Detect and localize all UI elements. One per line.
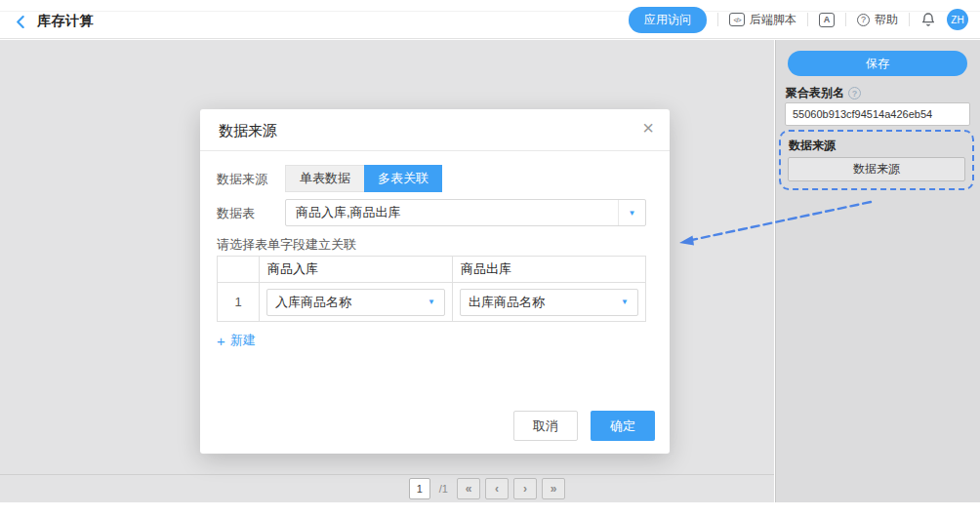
settings-sidebar: 保存 聚合表别名 ? 数据来源 数据来源	[775, 40, 980, 502]
caret-box: ▼	[618, 200, 645, 225]
notification-bell-icon[interactable]	[920, 12, 936, 27]
index-column-header	[218, 257, 260, 283]
modal-footer: 取消 确定	[513, 411, 655, 441]
back-icon[interactable]	[14, 15, 27, 28]
row-index: 1	[218, 283, 260, 322]
modal-title: 数据来源	[219, 122, 277, 140]
alias-label: 聚合表别名	[786, 85, 844, 101]
outbound-field-select[interactable]: 出库商品名称 ▼	[460, 289, 638, 316]
pagination: 1 /1 « ‹ › »	[409, 478, 565, 499]
relation-table-row: 1 入库商品名称 ▼ 出库商品名称 ▼	[218, 283, 646, 322]
prev-page-icon[interactable]: ‹	[485, 478, 509, 499]
help-icon: ?	[857, 14, 870, 26]
inbound-field-select[interactable]: 入库商品名称 ▼	[266, 289, 445, 316]
current-page-box[interactable]: 1	[409, 478, 430, 499]
source-type-tabs: 单表数据 多表关联	[285, 165, 442, 192]
outbound-field-value: 出库商品名称	[461, 294, 612, 311]
divider	[717, 13, 718, 26]
relation-hint: 请选择表单字段建立关联	[217, 236, 356, 254]
plus-icon: +	[217, 333, 225, 349]
first-page-icon[interactable]: «	[457, 478, 480, 499]
save-button[interactable]: 保存	[788, 51, 967, 76]
alias-help-icon[interactable]: ?	[848, 87, 861, 99]
user-avatar[interactable]: ZH	[947, 9, 968, 30]
caret-box: ▼	[419, 290, 444, 315]
chevron-down-icon: ▼	[428, 298, 435, 306]
caret-box: ▼	[612, 290, 637, 315]
relation-table: 商品入库 商品出库 1 入库商品名称 ▼ 出库商品名称	[217, 256, 646, 322]
page-title: 库存计算	[37, 13, 94, 30]
modal-header: 数据来源 ×	[200, 109, 670, 151]
canvas-footer-divider	[0, 474, 774, 475]
datasource-modal: 数据来源 × 数据来源 单表数据 多表关联 数据表 商品入库,商品出库 ▼ 请选…	[200, 109, 670, 454]
top-header: 库存计算 应用访问 </> 后端脚本 A ? 帮助 ZH	[0, 0, 980, 39]
datasource-section-label: 数据来源	[789, 138, 836, 154]
confirm-button[interactable]: 确定	[591, 411, 655, 441]
next-page-icon[interactable]: ›	[513, 478, 537, 499]
last-page-icon[interactable]: »	[542, 478, 565, 499]
column-header-inbound: 商品入库	[260, 257, 453, 283]
help-label: 帮助	[875, 12, 898, 28]
divider	[909, 13, 910, 26]
divider	[807, 13, 808, 26]
app-window: 库存计算 应用访问 </> 后端脚本 A ? 帮助 ZH 1	[0, 0, 980, 517]
data-table-select-value: 商品入库,商品出库	[286, 204, 618, 221]
backend-script-button[interactable]: </> 后端脚本	[729, 12, 796, 28]
data-table-label: 数据表	[217, 205, 255, 222]
bottom-margin	[0, 502, 980, 517]
close-icon[interactable]: ×	[642, 118, 654, 138]
code-icon: </>	[729, 13, 745, 26]
source-type-label: 数据来源	[217, 171, 267, 188]
divider	[845, 13, 846, 26]
datasource-button[interactable]: 数据来源	[788, 157, 965, 181]
column-header-outbound: 商品出库	[453, 257, 646, 283]
cancel-button[interactable]: 取消	[513, 411, 578, 441]
total-pages-label: /1	[439, 483, 448, 495]
app-access-button[interactable]: 应用访问	[629, 7, 707, 33]
data-table-select[interactable]: 商品入库,商品出库 ▼	[285, 199, 646, 226]
language-icon[interactable]: A	[819, 13, 835, 27]
add-relation-link[interactable]: + 新建	[217, 332, 256, 349]
inbound-field-value: 入库商品名称	[267, 294, 419, 311]
tab-multi-table[interactable]: 多表关联	[364, 165, 442, 192]
add-relation-label: 新建	[230, 332, 256, 349]
tab-single-table[interactable]: 单表数据	[285, 165, 364, 192]
backend-script-label: 后端脚本	[750, 12, 796, 28]
chevron-down-icon: ▼	[629, 209, 636, 218]
alias-input[interactable]	[785, 102, 970, 126]
chevron-down-icon: ▼	[621, 298, 629, 306]
help-button[interactable]: ? 帮助	[857, 12, 898, 28]
relation-table-header-row: 商品入库 商品出库	[218, 257, 646, 283]
